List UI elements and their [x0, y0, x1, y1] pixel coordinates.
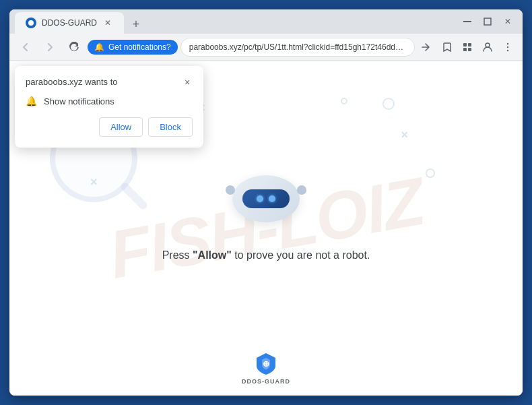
robot-ear-right	[297, 185, 306, 195]
active-tab[interactable]: DDOS-GUARD ✕	[15, 12, 124, 34]
block-button[interactable]: Block	[148, 117, 193, 137]
address-bar[interactable]: paraboobs.xyz/pc/tp/US/1tt.html?clickid=…	[180, 38, 415, 57]
svg-text:⊕: ⊕	[263, 359, 269, 369]
main-instruction-text: Press "Allow" to prove you are not a rob…	[162, 249, 370, 261]
svg-rect-6	[468, 48, 471, 51]
text-highlight: "Allow"	[193, 249, 232, 261]
permission-text: Show notifications	[44, 96, 114, 106]
svg-point-7	[486, 43, 490, 47]
tab-close-button[interactable]: ✕	[102, 18, 113, 28]
svg-point-10	[507, 49, 508, 51]
deco-circle-2	[426, 168, 435, 178]
toolbar-actions	[418, 38, 517, 57]
popup-close-icon: ×	[185, 77, 190, 88]
bell-icon: 🔔	[94, 42, 104, 52]
share-button[interactable]	[418, 38, 436, 57]
svg-rect-2	[484, 18, 491, 25]
maximize-button[interactable]	[478, 12, 497, 31]
robot-ears	[226, 185, 306, 195]
bookmark-button[interactable]	[438, 38, 457, 57]
text-after: to prove you are not a robot.	[232, 249, 370, 261]
magnifier-handle-deco	[119, 181, 149, 211]
svg-rect-1	[463, 21, 471, 22]
robot-eye-left	[257, 195, 263, 202]
tab-area: DDOS-GUARD ✕ +	[15, 9, 455, 34]
title-bar: DDOS-GUARD ✕ + ✕	[9, 9, 523, 34]
robot-body	[232, 175, 300, 222]
permission-bell-icon: 🔔	[26, 96, 37, 106]
window-controls: ✕	[458, 12, 517, 31]
svg-point-0	[28, 20, 34, 26]
deco-circle-1	[383, 98, 395, 110]
popup-title: paraboobs.xyz wants to	[26, 77, 118, 87]
minimize-button[interactable]	[458, 12, 477, 31]
popup-buttons: Allow Block	[26, 117, 193, 137]
svg-rect-4	[468, 43, 471, 46]
footer-logo-text: DDOS-GUARD	[242, 378, 290, 385]
deco-x-3: ×	[90, 175, 98, 189]
ddos-guard-logo-icon: ⊕	[254, 351, 278, 375]
svg-rect-5	[463, 48, 467, 51]
notification-prompt-button[interactable]: 🔔 Get notifications?	[88, 40, 178, 55]
forward-button[interactable]	[39, 36, 61, 58]
reload-button[interactable]	[63, 36, 85, 58]
svg-rect-3	[463, 43, 467, 46]
browser-window: DDOS-GUARD ✕ + ✕ 🔔 Get notificati	[9, 9, 523, 396]
toolbar: 🔔 Get notifications? paraboobs.xyz/pc/tp…	[9, 34, 523, 61]
popup-close-button[interactable]: ×	[182, 77, 193, 88]
robot-ear-left	[226, 185, 235, 195]
deco-circle-3	[341, 98, 347, 104]
popup-header: paraboobs.xyz wants to ×	[26, 77, 193, 88]
robot-eye-right	[269, 195, 275, 202]
page-content: × × × FISH-LOIZ	[9, 61, 523, 396]
svg-point-8	[507, 42, 508, 44]
robot-illustration	[226, 175, 306, 236]
tab-favicon	[26, 18, 36, 28]
tab-title: DDOS-GUARD	[42, 18, 97, 28]
allow-button[interactable]: Allow	[99, 117, 143, 137]
extension-button[interactable]	[458, 38, 477, 57]
popup-permission-row: 🔔 Show notifications	[26, 96, 193, 106]
notification-prompt-label: Get notifications?	[108, 42, 171, 52]
close-button[interactable]: ✕	[498, 12, 517, 31]
footer-logo: ⊕ DDOS-GUARD	[242, 351, 290, 385]
robot	[226, 175, 306, 236]
text-before: Press	[162, 249, 193, 261]
deco-x-2: ×	[401, 128, 408, 142]
back-button[interactable]	[15, 36, 36, 58]
new-tab-button[interactable]: +	[127, 15, 145, 34]
account-button[interactable]	[478, 38, 497, 57]
notification-popup: paraboobs.xyz wants to × 🔔 Show notifica…	[15, 66, 203, 148]
url-text: paraboobs.xyz/pc/tp/US/1tt.html?clickid=…	[189, 42, 406, 52]
svg-point-9	[507, 46, 508, 47]
menu-button[interactable]	[498, 38, 517, 57]
